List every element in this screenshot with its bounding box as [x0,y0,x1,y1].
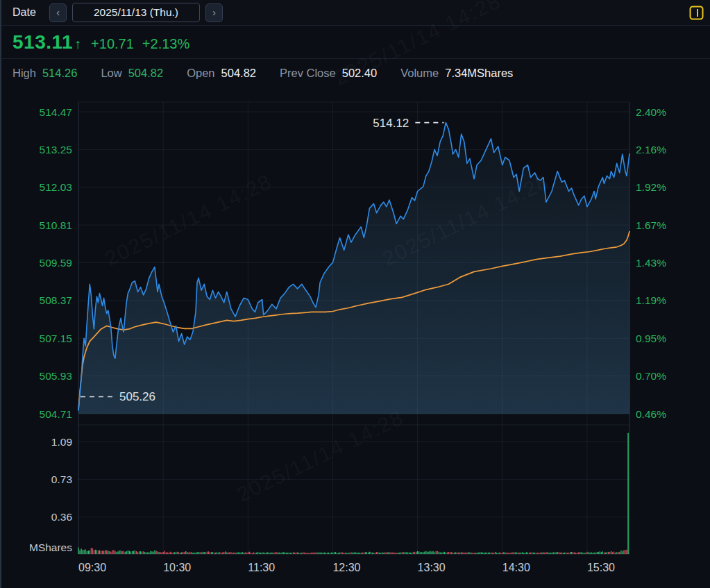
percent-axis-label: 0.70% [636,370,666,382]
percent-axis-label: 1.92% [636,181,666,193]
date-label: Date [12,0,36,25]
prev-close-value: 502.40 [342,67,377,80]
price-axis-label: 514.47 [40,106,72,118]
percent-axis-label: 0.46% [636,408,666,420]
volume-value: 7.34MShares [445,67,513,80]
price-area-fill [78,123,629,414]
high-label: High [12,67,36,80]
low-value: 504.82 [128,67,163,80]
time-axis-label: 10:30 [163,562,191,573]
stat-prev-close: Prev Close 502.40 [280,67,377,80]
volume-axis-label: 0.73 [51,473,72,485]
price-axis-label: 512.03 [40,181,72,193]
volume-unit-label: MShares [29,541,72,553]
volume-label: Volume [400,67,439,80]
date-picker[interactable]: 2025/11/13 (Thu.) [72,3,200,22]
time-axis-label: 11:30 [248,562,275,573]
last-price: 513.11 [12,26,73,53]
high-annotation: 514.12 [373,117,409,130]
time-axis-label: 09:30 [78,562,106,573]
up-arrow-icon: ↑ [74,36,81,52]
price-axis-label: 509.59 [40,257,72,269]
next-date-button[interactable]: › [205,3,223,22]
price-axis-label: 505.93 [40,370,72,382]
percent-axis-label: 0.95% [636,333,666,344]
stats-row: High 514.26 Low 504.82 Open 504.82 Prev … [0,59,710,87]
price-change-percent: +2.13% [142,36,189,52]
price-axis-label: 513.25 [40,144,72,156]
percent-axis-label: 1.43% [636,257,666,269]
prev-date-button[interactable]: ‹ [49,3,67,22]
date-toolbar: Date ‹ 2025/11/13 (Thu.) › [0,0,710,26]
percent-axis-label: 1.19% [636,294,666,306]
percent-axis-label: 1.67% [636,219,666,231]
percent-axis-label: 2.16% [636,144,666,156]
volume-bars [78,433,628,554]
quote-row: 513.11 ↑ +10.71 +2.13% [0,26,710,59]
prev-close-label: Prev Close [280,67,336,80]
time-axis-label: 15:30 [587,562,615,573]
time-axis-label: 14:30 [502,562,530,573]
stat-low: Low 504.82 [101,67,163,80]
open-value: 504.82 [221,67,256,80]
low-annotation: 505.26 [119,390,155,403]
stat-volume: Volume 7.34MShares [400,67,513,80]
intraday-chart[interactable]: 514.12505.26514.47513.25512.03510.81509.… [0,87,710,588]
stat-high: High 514.26 [12,67,77,80]
time-axis-label: 13:30 [418,562,446,573]
low-label: Low [101,67,121,80]
price-change: +10.71 [91,36,134,52]
price-axis-label: 508.37 [40,294,72,306]
price-axis-label: 507.15 [40,333,72,344]
chevron-left-icon: ‹ [56,7,60,18]
volume-axis-label: 1.09 [51,436,72,448]
price-axis-label: 504.71 [40,408,72,420]
price-axis-label: 510.81 [40,219,72,231]
panel-toggle-icon[interactable] [689,6,704,20]
open-label: Open [187,67,214,80]
window-left-edge [0,0,1,588]
time-axis-label: 12:30 [332,562,360,573]
high-value: 514.26 [42,67,77,80]
percent-axis-label: 2.40% [636,106,666,118]
chevron-right-icon: › [212,7,216,18]
volume-axis-label: 0.36 [51,511,72,523]
stat-open: Open 504.82 [187,67,256,80]
